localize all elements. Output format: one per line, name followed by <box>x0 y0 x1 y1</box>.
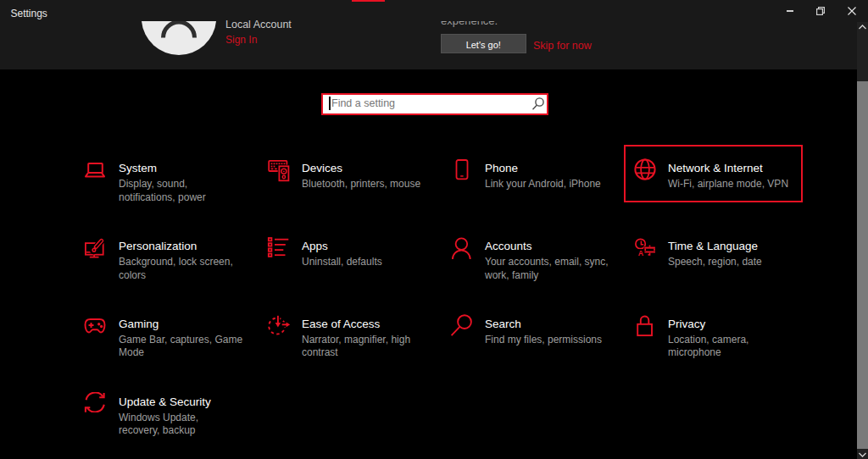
svg-text:A: A <box>637 249 643 257</box>
